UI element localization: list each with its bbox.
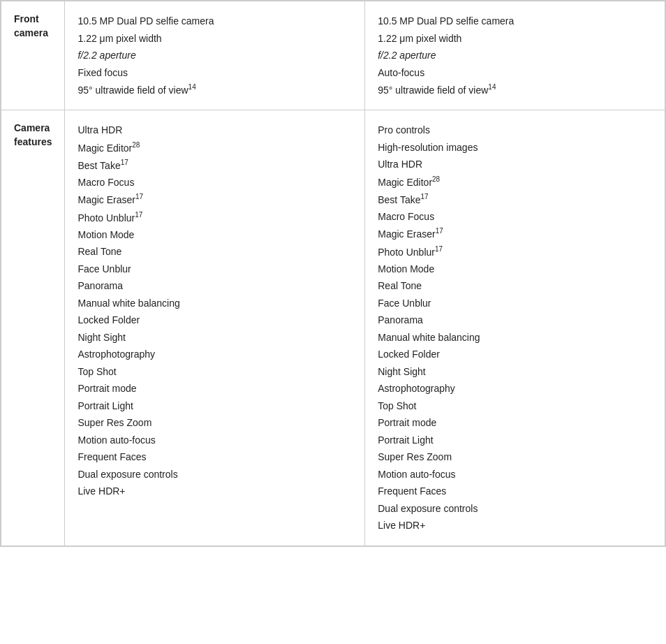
table-row: Front camera10.5 MP Dual PD selfie camer… [1,1,665,110]
table-row: Camera featuresUltra HDRMagic Editor28Be… [1,110,665,546]
list-item: Portrait Light [378,432,652,449]
list-item: Best Take17 [77,156,352,174]
list-item: High-resolution images [378,139,652,156]
list-item: 95° ultrawide field of view14 [378,81,652,98]
comparison-table: Front camera10.5 MP Dual PD selfie camer… [0,0,666,547]
list-item: Best Take17 [378,191,652,208]
list-item: Top Shot [77,363,352,381]
list-item: Motion auto-focus [77,432,352,449]
list-item: Face Unblur [378,295,652,312]
list-item: Photo Unblur17 [77,209,352,226]
list-item: Real Tone [77,243,352,261]
list-item: Dual exposure controls [77,466,352,483]
list-item: Locked Folder [77,312,352,329]
list-item: Top Shot [378,397,652,415]
row-label: Front camera [1,1,65,110]
list-item: Macro Focus [378,208,652,226]
list-item: Motion Mode [77,226,352,244]
list-item: 95° ultrawide field of view14 [77,81,352,98]
list-item: Real Tone [378,277,652,295]
list-item: Motion auto-focus [378,466,652,483]
list-item: Auto-focus [378,64,652,82]
list-item: Macro Focus [77,174,352,191]
list-item: Magic Editor28 [77,139,352,156]
list-item: Live HDR+ [378,517,652,534]
col1-content: Ultra HDRMagic Editor28Best Take17Macro … [65,110,365,546]
list-item: Ultra HDR [77,122,352,139]
list-item: Panorama [77,277,352,295]
list-item: Manual white balancing [378,329,652,346]
list-item: f/2.2 aperture [378,47,652,64]
row-label: Camera features [1,110,65,546]
list-item: Live HDR+ [77,483,352,500]
list-item: Super Res Zoom [378,448,652,466]
list-item: Ultra HDR [378,156,652,173]
col1-content: 10.5 MP Dual PD selfie camera1.22 μm pix… [65,1,365,110]
list-item: Fixed focus [77,64,352,82]
list-item: Manual white balancing [77,295,352,312]
list-item: Night Sight [77,329,352,346]
list-item: Magic Eraser17 [77,191,352,208]
list-item: Portrait mode [378,414,652,432]
list-item: Pro controls [378,122,652,139]
list-item: Magic Editor28 [378,173,652,191]
list-item: Face Unblur [77,261,352,278]
list-item: Photo Unblur17 [378,243,652,261]
list-item: Portrait Light [77,397,352,415]
list-item: Motion Mode [378,261,652,278]
col2-content: 10.5 MP Dual PD selfie camera1.22 μm pix… [365,1,665,110]
list-item: Magic Eraser17 [378,225,652,242]
list-item: Super Res Zoom [77,414,352,432]
list-item: Frequent Faces [77,448,352,466]
list-item: Night Sight [378,363,652,381]
list-item: 10.5 MP Dual PD selfie camera [378,13,652,30]
list-item: Portrait mode [77,380,352,397]
list-item: 1.22 μm pixel width [378,30,652,47]
list-item: Astrophotography [378,380,652,397]
list-item: f/2.2 aperture [77,47,352,64]
list-item: 10.5 MP Dual PD selfie camera [77,13,352,30]
list-item: Panorama [378,312,652,329]
list-item: Frequent Faces [378,483,652,500]
list-item: Astrophotography [77,346,352,363]
col2-content: Pro controlsHigh-resolution imagesUltra … [365,110,665,546]
list-item: Locked Folder [378,346,652,363]
list-item: 1.22 μm pixel width [77,30,352,47]
list-item: Dual exposure controls [378,500,652,518]
